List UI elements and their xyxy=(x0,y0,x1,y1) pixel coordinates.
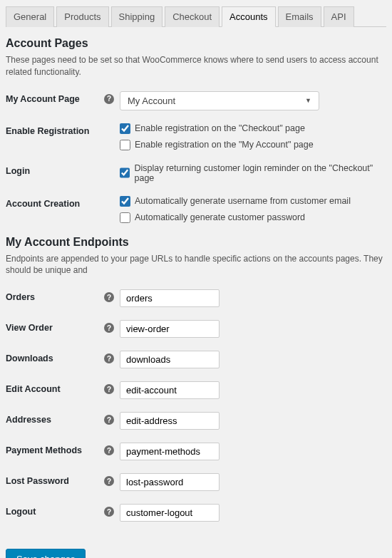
checkbox-label: Enable registration on the "Checkout" pa… xyxy=(135,123,305,133)
select-value: My Account xyxy=(128,95,175,106)
label-orders: Orders xyxy=(6,292,35,302)
help-icon[interactable]: ? xyxy=(104,292,114,302)
checkbox-auto-username[interactable] xyxy=(120,196,130,207)
label-view-order: View Order xyxy=(6,323,53,333)
label-my-account-page: My Account Page xyxy=(6,94,80,104)
save-button[interactable]: Save changes xyxy=(6,549,86,558)
help-icon[interactable]: ? xyxy=(104,507,114,517)
label-downloads: Downloads xyxy=(6,353,53,363)
checkbox-login-reminder[interactable] xyxy=(120,167,130,178)
checkbox-label: Automatically generate username from cus… xyxy=(135,196,351,206)
checkbox-label: Automatically generate customer password xyxy=(135,212,305,222)
tab-checkout[interactable]: Checkout xyxy=(165,6,220,27)
label-addresses: Addresses xyxy=(6,415,51,425)
section-title-endpoints: My Account Endpoints xyxy=(6,236,386,249)
checkbox-label: Display returning customer login reminde… xyxy=(134,163,386,183)
settings-tabs: General Products Shipping Checkout Accou… xyxy=(6,6,386,27)
section-title-account-pages: Account Pages xyxy=(6,37,386,50)
label-logout: Logout xyxy=(6,507,36,517)
tab-accounts[interactable]: Accounts xyxy=(222,6,275,27)
label-enable-registration: Enable Registration xyxy=(6,126,89,136)
section-desc-account-pages: These pages need to be set so that WooCo… xyxy=(6,54,386,78)
input-view-order[interactable] xyxy=(120,320,220,338)
checkbox-registration-myaccount[interactable] xyxy=(120,140,130,150)
label-account-creation: Account Creation xyxy=(6,199,80,209)
tab-emails[interactable]: Emails xyxy=(278,6,321,27)
help-icon[interactable]: ? xyxy=(104,384,114,394)
input-edit-account[interactable] xyxy=(120,381,220,399)
help-icon[interactable]: ? xyxy=(104,476,114,486)
help-icon[interactable]: ? xyxy=(104,94,114,104)
label-login: Login xyxy=(6,166,30,176)
input-lost-password[interactable] xyxy=(120,473,220,491)
section-desc-endpoints: Endpoints are appended to your page URLs… xyxy=(6,253,386,277)
input-orders[interactable] xyxy=(120,289,220,307)
help-icon[interactable]: ? xyxy=(104,415,114,425)
checkbox-label: Enable registration on the "My Account" … xyxy=(135,140,314,150)
label-edit-account: Edit Account xyxy=(6,384,61,394)
input-addresses[interactable] xyxy=(120,412,220,430)
help-icon[interactable]: ? xyxy=(104,323,114,333)
input-payment-methods[interactable] xyxy=(120,443,220,460)
label-payment-methods: Payment Methods xyxy=(6,445,82,455)
chevron-down-icon: ▼ xyxy=(305,97,311,104)
input-downloads[interactable] xyxy=(120,351,220,368)
input-logout[interactable] xyxy=(120,504,220,522)
tab-general[interactable]: General xyxy=(6,6,54,27)
checkbox-auto-password[interactable] xyxy=(120,212,130,223)
tab-api[interactable]: API xyxy=(324,6,354,27)
tab-products[interactable]: Products xyxy=(56,6,108,27)
help-icon[interactable]: ? xyxy=(104,353,114,363)
label-lost-password: Lost Password xyxy=(6,476,69,486)
tab-shipping[interactable]: Shipping xyxy=(111,6,163,27)
select-my-account-page[interactable]: My Account ▼ xyxy=(120,91,319,110)
help-icon[interactable]: ? xyxy=(104,445,114,455)
checkbox-registration-checkout[interactable] xyxy=(120,123,130,134)
